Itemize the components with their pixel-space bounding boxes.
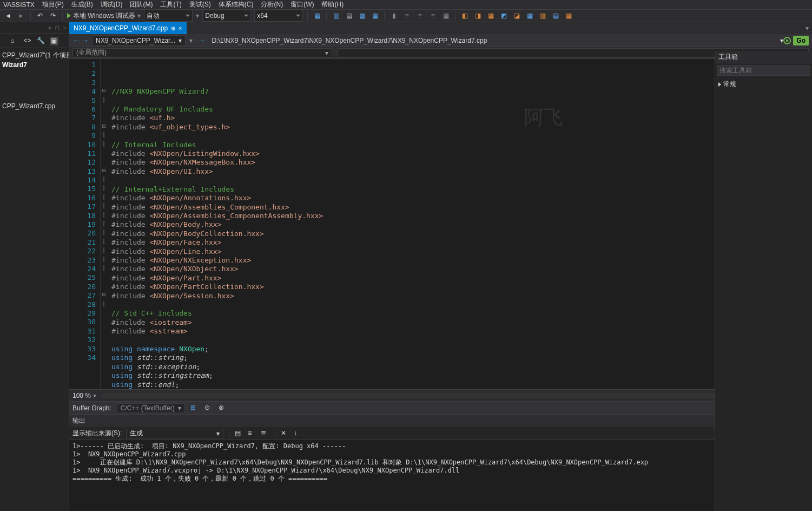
fold-column[interactable]: ⊟|⊟||⊟|||||||||||⊟| [101,59,107,389]
solution-explorer: ▾ ⊓ × ⌂ <> 🔧 ▣ CPP_Wizard7"(1 个项目) Wizar… [0,22,69,511]
nav-back-icon[interactable]: ← [72,36,80,45]
scope-bar: (全局范围)▾ ▾ [69,47,812,59]
pin-icon[interactable]: ⊕ [171,25,175,31]
tool-icon-12[interactable]: ◨ [473,11,483,21]
menu-item[interactable]: 帮助(H) [321,0,344,9]
dropdown-icon[interactable]: ▾ [48,24,51,32]
tool-icon-4[interactable]: ▩ [357,11,367,21]
start-debug-button[interactable]: 本地 Windows 调试器 ▾ [67,11,141,21]
out-icon-2[interactable]: ≡ [248,429,256,438]
out-icon-4[interactable]: ✕ [281,429,289,438]
menu-item[interactable]: 测试(S) [189,0,211,9]
menu-item[interactable]: 工具(T) [160,0,181,9]
close-icon[interactable]: × [63,24,67,32]
tool-icon-1[interactable]: ▦ [312,11,322,21]
output-title: 输出 [72,416,790,425]
nav-fwd-icon[interactable]: → [81,36,89,45]
tool-icon-10[interactable]: ▦ [441,11,451,21]
buffer-bar: Buffer Graph: C/C++ (TextBuffer)▾ ⊞ ⊙ ⊗ … [69,401,812,414]
expand-icon [718,82,721,87]
zoom-bar: 100 %▾ ▯ [69,389,812,401]
tool-icon-3[interactable]: ▤ [344,11,354,21]
output-toolbar: 显示输出来源(S): 生成▾ ▤ ≡ ≣ ✕ ↓ [69,427,812,440]
nav-path: D:\1\NX9_NXOpenCPP_Wizard7\NX9_NXOpenCPP… [207,37,780,44]
code-editor[interactable]: 1234567891011121314151617181920212223242… [69,59,812,389]
output-header: 输出 ▾ ⊓ × [69,414,812,427]
toolbox-title: 工具箱 [715,51,812,63]
line-gutter: 1234567891011121314151617181920212223242… [69,59,101,389]
redo-icon[interactable]: ↷ [48,11,58,21]
out-icon-5[interactable]: ↓ [294,429,302,438]
nav-back-icon[interactable]: ◄ [3,11,13,21]
chevron-down-icon[interactable]: ▾ [186,37,196,44]
out-icon-1[interactable]: ▤ [235,429,243,438]
tool-icon-19[interactable]: ▦ [564,11,573,21]
solution-tree[interactable]: CPP_Wizard7"(1 个项目) Wizard7 CPP_Wizard7.… [0,48,69,511]
undo-icon[interactable]: ↶ [35,11,45,21]
buffer-label: Buffer Graph: [72,404,111,412]
tool-icon-18[interactable]: ▤ [551,11,560,21]
toolbox-search-input[interactable] [717,65,810,76]
out-icon-3[interactable]: ≣ [261,429,269,438]
tool-icon-17[interactable]: ▥ [538,11,547,21]
tab-active[interactable]: NX9_NXOpenCPP_Wizard7.cpp ⊕ × [69,22,187,34]
tool-icon-13[interactable]: ▦ [486,11,496,21]
nav-fwd2-icon[interactable]: → [196,37,207,44]
tool-icon-7[interactable]: ≡ [402,11,412,21]
scope-left-dropdown[interactable]: (全局范围)▾ [72,48,332,58]
zoom-dropdown[interactable]: 100 %▾ [72,392,96,399]
buffer-dropdown[interactable]: C/C++ (TextBuffer)▾ [117,403,185,413]
toolbox: 工具箱 常规 [715,51,812,511]
hscroll[interactable] [102,393,800,398]
close-icon[interactable]: × [179,25,182,31]
menu-item[interactable]: 分析(N) [261,0,283,9]
toolbox-category[interactable]: 常规 [715,77,812,91]
tab-overflow-icon[interactable]: ▾ [802,24,812,32]
tool-icon-15[interactable]: ◪ [512,11,521,21]
tool-icon-6[interactable]: ▮ [389,11,399,21]
menu-item[interactable]: 体系结构(C) [219,0,254,9]
output-body[interactable]: 1>------ 已启动生成: 项目: NX9_NXOpenCPP_Wizard… [69,440,812,489]
solution-node[interactable]: CPP_Wizard7"(1 个项目) [0,50,69,61]
config-auto-dropdown[interactable]: 自动 [144,10,193,22]
home-icon[interactable]: ⌂ [11,37,19,45]
wrench-icon[interactable]: 🔧 [37,37,45,45]
solution-toolbar: ⌂ <> 🔧 ▣ [0,34,69,48]
platform-dropdown[interactable]: x64 [254,10,303,22]
tool-icon-16[interactable]: ▦ [525,11,534,21]
code-icon[interactable]: <> [24,37,32,45]
project-node[interactable]: Wizard7 [0,61,69,69]
menu-item[interactable]: VASSISTX [3,1,35,9]
menu-item[interactable]: 项目(P) [42,0,64,9]
go-button[interactable]: Go [793,36,809,45]
view-icon[interactable]: ▣ [50,37,58,45]
output-src-label: 显示输出来源(S): [72,429,122,438]
code-area[interactable]: 阿飞 //NX9_NXOpenCPP_Wizard7 // Mandatory … [107,59,812,389]
solution-header: ▾ ⊓ × [0,22,69,34]
tool-icon-2[interactable]: ▥ [331,11,341,21]
play-icon [67,13,71,18]
menu-item[interactable]: 调试(D) [101,0,123,9]
tool-icon-9[interactable]: ≡ [428,11,438,21]
buf-icon-3[interactable]: ⊗ [219,404,227,412]
pin-icon[interactable]: ⊓ [55,24,60,32]
buf-icon-2[interactable]: ⊙ [204,404,213,412]
file-node[interactable]: CPP_Wizard7.cpp [0,102,69,110]
tab-bar: NX9_NXOpenCPP_Wizard7.cpp ⊕ × ▾ [69,22,812,34]
config-dropdown[interactable]: Debug [202,10,251,22]
menu-item[interactable]: 团队(M) [130,0,153,9]
nav-bar: ← → NX9_NXOpenCPP_Wizar...▾ ▾ → D:\1\NX9… [69,34,812,47]
tool-icon-8[interactable]: ≡ [415,11,425,21]
buf-icon-1[interactable]: ⊞ [190,404,199,412]
menu-item[interactable]: 窗口(W) [291,0,314,9]
menu-item[interactable]: 生成(B) [71,0,93,9]
output-src-dropdown[interactable]: 生成▾ [126,429,223,438]
nav-fwd-icon[interactable]: ► [16,11,26,21]
debugger-label: 本地 Windows 调试器 [73,11,135,21]
nav-member-dropdown[interactable]: NX9_NXOpenCPP_Wizar...▾ [92,35,186,46]
tool-icon-11[interactable]: ◧ [460,11,470,21]
toolbar: ◄ ► ↶ ↷ 本地 Windows 调试器 ▾ 自动 ▾ Debug x64 … [0,10,812,22]
tool-icon-5[interactable]: ▦ [370,11,380,21]
go-icon [783,37,791,44]
tool-icon-14[interactable]: ◩ [499,11,509,21]
